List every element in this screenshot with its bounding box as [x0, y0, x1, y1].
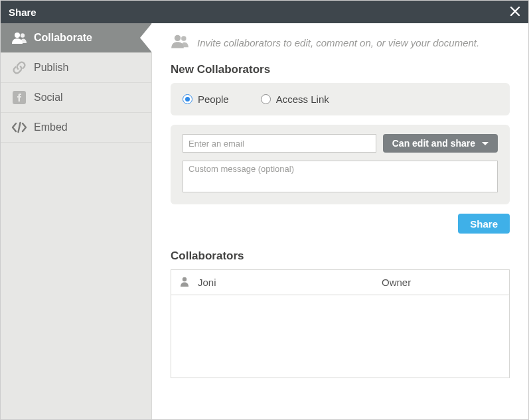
code-icon [10, 121, 29, 133]
dialog-title: Share [9, 7, 37, 18]
radio-label: People [198, 94, 229, 105]
collaborators-table: Joni Owner [171, 269, 510, 378]
sidebar-item-label: Social [34, 92, 63, 104]
new-collaborators-heading: New Collaborators [171, 63, 510, 76]
sidebar-item-collaborate[interactable]: Collaborate [1, 23, 151, 53]
message-input[interactable] [183, 161, 498, 192]
permission-dropdown[interactable]: Can edit and share [383, 134, 498, 153]
permission-label: Can edit and share [392, 138, 475, 149]
svg-point-1 [21, 33, 25, 37]
sidebar-item-embed[interactable]: Embed [1, 113, 151, 143]
sidebar-item-label: Embed [34, 121, 68, 133]
facebook-icon [10, 91, 29, 104]
invite-form: Can edit and share [171, 125, 510, 204]
collaborator-name: Joni [198, 277, 382, 288]
collaborator-role: Owner [382, 277, 501, 288]
share-dialog: Share Collaborate Publish [0, 0, 529, 420]
sidebar-item-label: Collaborate [34, 32, 92, 44]
svg-point-5 [181, 36, 186, 40]
intro-row: Invite collaborators to edit, comment on… [171, 34, 510, 51]
sidebar-item-label: Publish [34, 62, 68, 74]
svg-point-6 [183, 277, 187, 281]
email-input[interactable] [183, 134, 376, 153]
share-button[interactable]: Share [458, 214, 510, 234]
radio-people[interactable]: People [183, 94, 229, 105]
people-icon [10, 32, 29, 44]
titlebar: Share [1, 1, 528, 23]
mode-radio-group: People Access Link [171, 83, 510, 115]
sidebar-item-social[interactable]: Social [1, 83, 151, 113]
people-icon [171, 34, 189, 51]
svg-point-0 [15, 33, 20, 38]
svg-line-3 [19, 123, 21, 132]
collaborators-heading: Collaborators [171, 249, 510, 263]
main-panel: Invite collaborators to edit, comment on… [152, 23, 528, 419]
svg-point-4 [175, 35, 181, 41]
radio-access-link[interactable]: Access Link [261, 94, 329, 105]
link-icon [10, 60, 29, 75]
dialog-body: Collaborate Publish Social Embed [1, 23, 528, 419]
radio-indicator [261, 94, 271, 104]
person-icon [179, 276, 190, 289]
sidebar: Collaborate Publish Social Embed [1, 23, 152, 419]
radio-label: Access Link [276, 94, 329, 105]
radio-indicator [183, 94, 192, 104]
close-icon[interactable] [510, 5, 520, 19]
chevron-down-icon [482, 142, 489, 145]
table-row[interactable]: Joni Owner [171, 270, 509, 295]
intro-text: Invite collaborators to edit, comment on… [197, 37, 479, 48]
sidebar-item-publish[interactable]: Publish [1, 53, 151, 83]
